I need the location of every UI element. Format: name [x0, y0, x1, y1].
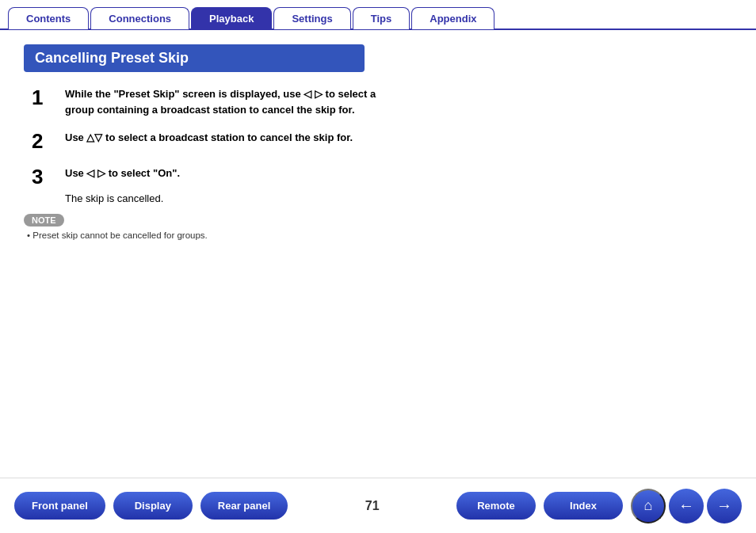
tab-appendix[interactable]: Appendix [411, 7, 494, 29]
page-title: Cancelling Preset Skip [24, 44, 365, 72]
step-2-text: Use △▽ to select a broadcast station to … [65, 130, 353, 146]
page-number: 71 [365, 499, 380, 513]
steps-list: 1 While the "Preset Skip" screen is disp… [24, 86, 732, 204]
back-icon: ← [678, 497, 694, 515]
rear-panel-button[interactable]: Rear panel [200, 492, 288, 520]
home-icon: ⌂ [644, 497, 653, 514]
step-3-text: Use ◁ ▷ to select "On". [65, 166, 180, 181]
note-section: NOTE Preset skip cannot be cancelled for… [24, 212, 732, 240]
front-panel-button[interactable]: Front panel [14, 492, 105, 520]
note-text: Preset skip cannot be cancelled for grou… [27, 230, 732, 240]
tab-settings[interactable]: Settings [273, 7, 350, 29]
home-button[interactable]: ⌂ [631, 489, 666, 523]
display-button[interactable]: Display [113, 492, 193, 520]
footer-left: Front panel Display Rear panel [14, 492, 288, 520]
index-button[interactable]: Index [544, 492, 623, 520]
footer-right: Remote Index ⌂ ← → [456, 489, 742, 523]
note-badge: NOTE [24, 214, 64, 227]
step-3-number: 3 [32, 166, 60, 188]
forward-icon: → [716, 497, 732, 515]
remote-button[interactable]: Remote [456, 492, 536, 520]
step-2: 2 Use △▽ to select a broadcast station t… [32, 130, 732, 153]
step-1: 1 While the "Preset Skip" screen is disp… [32, 86, 732, 117]
step-3-sub: The skip is cancelled. [65, 192, 732, 204]
nav-icons: ⌂ ← → [631, 489, 742, 523]
main-content: Cancelling Preset Skip 1 While the "Pres… [0, 30, 756, 248]
footer: Front panel Display Rear panel 71 Remote… [0, 478, 756, 533]
tab-playback[interactable]: Playback [191, 7, 272, 29]
nav-tabs: Contents Connections Playback Settings T… [0, 0, 756, 30]
step-3: 3 Use ◁ ▷ to select "On". [32, 166, 732, 188]
step-2-number: 2 [32, 130, 60, 153]
back-button[interactable]: ← [669, 489, 704, 523]
tab-tips[interactable]: Tips [353, 7, 410, 29]
step-1-number: 1 [32, 86, 60, 109]
tab-connections[interactable]: Connections [90, 7, 189, 29]
step-1-text: While the "Preset Skip" screen is displa… [65, 86, 382, 117]
forward-button[interactable]: → [707, 489, 742, 523]
tab-contents[interactable]: Contents [8, 7, 89, 29]
